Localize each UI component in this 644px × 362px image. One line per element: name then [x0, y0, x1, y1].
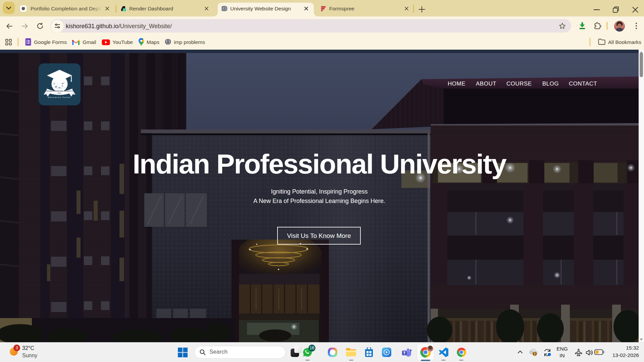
- svg-text:INDIAN PROFESSIONAL UNIVERSITY: INDIAN PROFESSIONAL UNIVERSITY: [47, 90, 72, 92]
- svg-text:Education Center: Education Center: [48, 96, 71, 98]
- svg-text:IPU: IPU: [57, 93, 61, 94]
